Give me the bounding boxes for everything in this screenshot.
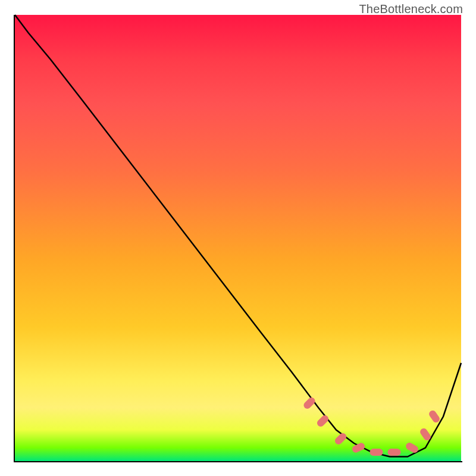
marker-dash	[428, 409, 441, 424]
chart-container: TheBottleneck.com	[0, 0, 476, 476]
marker-dash	[388, 449, 401, 456]
chart-svg	[15, 15, 461, 461]
x-axis	[14, 461, 462, 462]
marker-dash	[315, 414, 330, 428]
marker-dash	[370, 449, 383, 456]
watermark-text: TheBottleneck.com	[359, 2, 463, 16]
bottleneck-curve-line	[15, 15, 461, 457]
optimal-zone-markers	[302, 396, 441, 456]
